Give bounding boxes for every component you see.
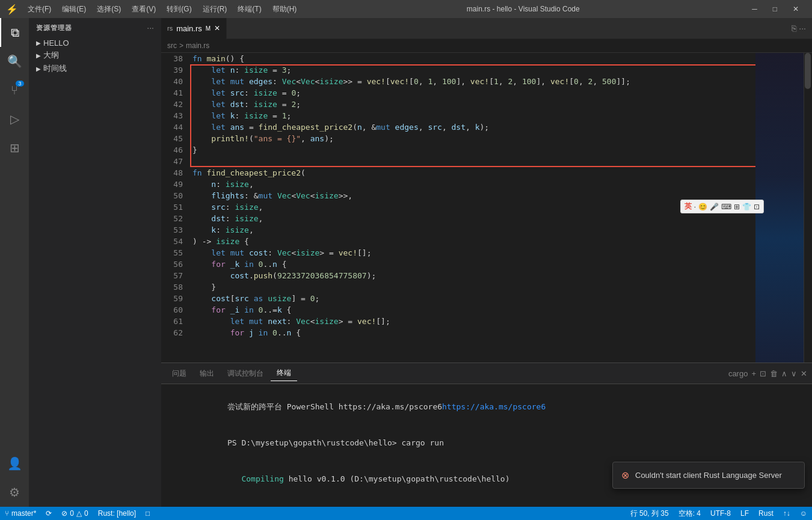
settings-icon: ⚙	[9, 485, 20, 500]
main-container: ⧉ 🔍 ⑂ 3 ▷ ⊞ 👤 ⚙ 资源管理器 ···	[0, 18, 812, 507]
sidebar-header: 资源管理器 ···	[29, 18, 161, 37]
split-editor-icon[interactable]: ⎘	[792, 23, 796, 33]
activity-settings[interactable]: ⚙	[0, 478, 29, 507]
menu-goto[interactable]: 转到(G)	[162, 3, 196, 16]
ime-grid-icon[interactable]: ⊡	[754, 203, 760, 211]
source-control-badge: 3	[16, 81, 24, 87]
kill-terminal-icon[interactable]: 🗑	[770, 369, 778, 378]
activity-bottom: 👤 ⚙	[0, 449, 29, 507]
activity-search[interactable]: 🔍	[0, 47, 29, 76]
sidebar-item-outline[interactable]: ▶ 大纲	[29, 49, 161, 62]
ime-shirt-icon[interactable]: 👕	[742, 203, 751, 211]
sidebar-item-hello[interactable]: ▶ HELLO	[29, 37, 161, 49]
activity-account[interactable]: 👤	[0, 449, 29, 478]
status-rust[interactable]: Rust: [hello]	[93, 507, 141, 520]
code-line-47	[192, 156, 755, 167]
menu-terminal[interactable]: 终端(T)	[233, 3, 266, 16]
ime-lang-label[interactable]: 英	[684, 201, 692, 212]
menu-edit[interactable]: 编辑(E)	[57, 3, 91, 16]
status-eol[interactable]: LF	[736, 507, 754, 520]
search-icon: 🔍	[7, 54, 22, 69]
tab-close-icon[interactable]: ✕	[214, 24, 220, 32]
vertical-scrollbar[interactable]	[804, 53, 812, 362]
code-line-56: for _k in 0..n {	[192, 258, 755, 270]
error-count-icon: ⊘	[61, 509, 67, 518]
tab-debug-console[interactable]: 调试控制台	[221, 366, 269, 381]
tab-terminal[interactable]: 终端	[271, 366, 297, 381]
sidebar-title: 资源管理器	[36, 23, 72, 32]
activity-extensions[interactable]: ⊞	[0, 133, 29, 162]
warning-count-icon: △	[76, 509, 82, 518]
tab-problems[interactable]: 问题	[166, 366, 192, 381]
ime-dot-icon[interactable]: ·	[694, 203, 696, 211]
code-line-58: }	[192, 281, 755, 293]
status-feedback[interactable]: ↑↓	[778, 507, 795, 520]
breadcrumb-src[interactable]: src	[167, 41, 177, 50]
error-icon: ⊗	[621, 470, 629, 481]
code-area[interactable]: fn main() { let n: isize = 3; let mut ed…	[190, 53, 755, 362]
run-icon: ▷	[10, 112, 19, 126]
tab-bar-actions: ⎘ ···	[792, 23, 812, 33]
status-bar: ⑂ master* ⟳ ⊘ 0 △ 0 Rust: [hello] □ 行 50…	[0, 507, 812, 520]
menu-select[interactable]: 选择(S)	[92, 3, 126, 16]
compiling-target: hello v0.1.0 (D:\mysetup\gopath\rustcode…	[284, 474, 510, 483]
code-line-61: let mut next: Vec<isize> = vec![];	[192, 316, 755, 327]
menu-view[interactable]: 查看(V)	[127, 3, 161, 16]
code-line-42: let dst: isize = 2;	[192, 99, 755, 110]
sidebar-item-timeline[interactable]: ▶ 时间线	[29, 62, 161, 75]
tab-main-rs[interactable]: rs main.rs M ✕	[161, 18, 227, 39]
activity-source-control[interactable]: ⑂ 3	[0, 76, 29, 105]
close-button[interactable]: ✕	[786, 2, 806, 16]
breadcrumb-file[interactable]: main.rs	[186, 41, 209, 50]
ime-menu-icon[interactable]: ⊞	[734, 203, 740, 211]
code-line-38: fn main() {	[192, 53, 755, 64]
panel-minimize-icon[interactable]: ∨	[791, 369, 797, 378]
ime-mic-icon[interactable]: 🎤	[710, 203, 719, 211]
breadcrumb-separator: >	[179, 41, 183, 50]
compiling-label: Compiling	[227, 474, 284, 483]
status-indent[interactable]: 空格: 4	[674, 507, 706, 520]
line-numbers: 38 39 40 41 42 43 44 45 46 47 48 49 50 5…	[161, 53, 190, 362]
rust-file-icon: rs	[167, 25, 173, 32]
panel-close-icon[interactable]: ✕	[801, 369, 807, 378]
sidebar-more-actions[interactable]: ···	[147, 23, 154, 32]
status-line-col[interactable]: 行 50, 列 35	[626, 507, 674, 520]
terminal-cmd: cargo run	[397, 438, 444, 447]
tab-modified-indicator: M	[206, 25, 211, 32]
status-right: 行 50, 列 35 空格: 4 UTF-8 LF Rust ↑↓ ☺	[626, 507, 812, 520]
status-errors[interactable]: ⊘ 0 △ 0	[57, 507, 93, 520]
split-terminal-icon[interactable]: ⊡	[760, 369, 766, 378]
code-line-49: n: isize,	[192, 179, 755, 190]
line-col-label: 行 50, 列 35	[630, 509, 669, 519]
status-language[interactable]: Rust	[754, 507, 778, 520]
titlebar: ⚡ 文件(F) 编辑(E) 选择(S) 查看(V) 转到(G) 运行(R) 终端…	[0, 0, 812, 18]
tab-output[interactable]: 输出	[194, 366, 220, 381]
pscore-link[interactable]: https://aka.ms/pscore6	[442, 402, 546, 411]
status-encoding[interactable]: UTF-8	[706, 507, 736, 520]
ime-keyboard-icon[interactable]: ⌨	[721, 203, 731, 211]
menu-run[interactable]: 运行(R)	[198, 3, 232, 16]
ime-toolbar: 英 · 😊 🎤 ⌨ ⊞ 👕 ⊡	[680, 200, 764, 213]
panel-actions: cargo + ⊡ 🗑 ∧ ∨ ✕	[728, 369, 807, 378]
minimize-button[interactable]: ─	[745, 2, 764, 16]
menu-file[interactable]: 文件(F)	[23, 3, 56, 16]
more-actions-icon[interactable]: ···	[799, 23, 806, 33]
outline-arrow-icon: ▶	[36, 52, 41, 59]
menu-help[interactable]: 帮助(H)	[268, 3, 302, 16]
code-line-50: flights: &mut Vec<Vec<isize>>,	[192, 190, 755, 201]
code-line-44: let ans = find_cheapest_price2(n, &mut e…	[192, 121, 755, 133]
status-smiley[interactable]: ☺	[795, 507, 812, 520]
code-line-48: fn find_cheapest_price2(	[192, 167, 755, 179]
code-line-54: ) -> isize {	[192, 236, 755, 247]
terminal-intro: 尝试新的跨平台 PowerShell https://aka.ms/pscore…	[171, 389, 802, 425]
status-branch[interactable]: ⑂ master*	[0, 507, 41, 520]
maximize-button[interactable]: □	[766, 2, 784, 16]
titlebar-left: ⚡ 文件(F) 编辑(E) 选择(S) 查看(V) 转到(G) 运行(R) 终端…	[6, 3, 301, 16]
status-sync[interactable]: ⟳	[41, 507, 57, 520]
panel-maximize-icon[interactable]: ∧	[781, 369, 787, 378]
activity-run[interactable]: ▷	[0, 105, 29, 133]
new-terminal-icon[interactable]: +	[751, 369, 756, 378]
status-checkbox[interactable]: □	[141, 507, 155, 520]
ime-emoji-icon[interactable]: 😊	[698, 203, 707, 211]
activity-explorer[interactable]: ⧉	[0, 18, 29, 47]
